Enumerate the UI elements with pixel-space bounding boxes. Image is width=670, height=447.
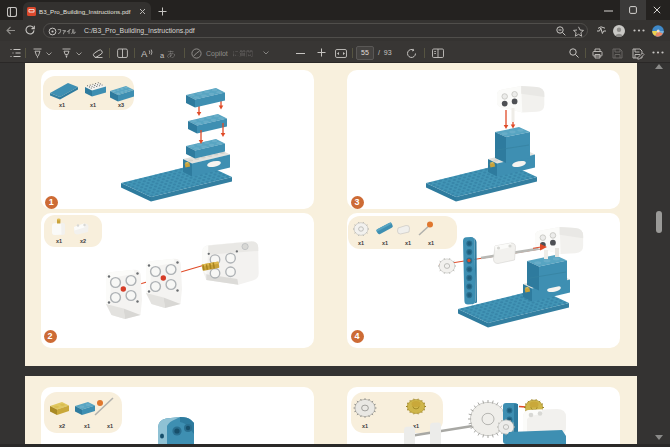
svg-text:x1: x1	[84, 423, 90, 429]
svg-text:x1: x1	[107, 423, 113, 429]
svg-text:x1: x1	[428, 240, 434, 246]
svg-text:x1: x1	[59, 102, 65, 108]
svg-text:x2: x2	[59, 423, 65, 429]
svg-text:x1: x1	[405, 240, 411, 246]
svg-text:x1: x1	[56, 238, 62, 244]
svg-text:A: A	[141, 48, 148, 59]
svg-text:x2: x2	[80, 238, 86, 244]
svg-text:x1: x1	[358, 240, 364, 246]
svg-text:x1: x1	[382, 240, 388, 246]
svg-text:x1: x1	[362, 423, 368, 429]
svg-text:a: a	[160, 51, 165, 60]
svg-text:x3: x3	[118, 102, 124, 108]
svg-text:x1: x1	[90, 102, 96, 108]
